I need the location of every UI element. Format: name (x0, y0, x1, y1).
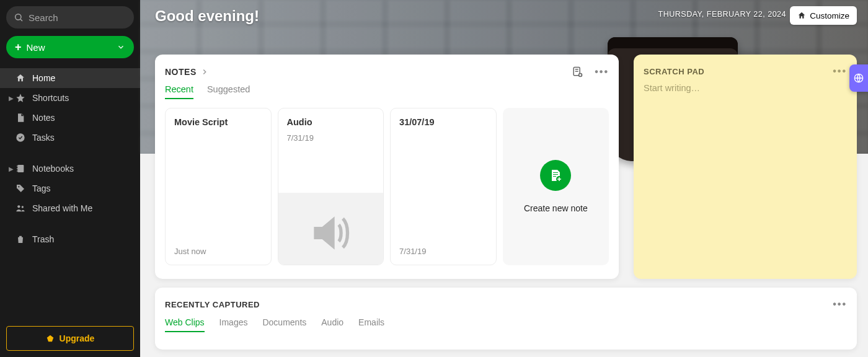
create-note-label: Create new note (524, 203, 588, 213)
sidebar-item-label: Notebooks (32, 164, 74, 174)
chevron-down-icon (117, 43, 125, 51)
svg-rect-5 (17, 168, 17, 169)
new-button[interactable]: + New (6, 36, 134, 58)
audio-preview (278, 193, 384, 265)
svg-point-2 (16, 133, 24, 141)
header-date: THURSDAY, FEBRUARY 22, 2024 (658, 10, 786, 19)
note-title: 31/07/19 (399, 117, 487, 127)
main-area: Good evening! THURSDAY, FEBRUARY 22, 202… (140, 0, 868, 357)
notes-title-link[interactable]: NOTES (165, 67, 209, 77)
scratch-more-button[interactable]: ••• (833, 66, 847, 77)
sidebar-item-tags[interactable]: Tags (0, 178, 140, 198)
people-icon (15, 203, 26, 213)
search-bar[interactable] (6, 6, 134, 29)
upgrade-label: Upgrade (60, 333, 95, 343)
notes-title: NOTES (165, 67, 197, 77)
rtab-web-clips[interactable]: Web Clips (165, 317, 205, 332)
svg-point-7 (18, 186, 19, 187)
recently-captured-widget: RECENTLY CAPTURED ••• Web Clips Images D… (155, 288, 857, 350)
upgrade-icon (46, 334, 55, 343)
plus-icon: + (15, 42, 22, 53)
search-icon (14, 12, 24, 22)
rtab-emails[interactable]: Emails (358, 317, 384, 332)
nav-primary: Home ▶ Shortcuts Notes Tasks (0, 68, 140, 148)
rtab-audio[interactable]: Audio (321, 317, 343, 332)
notes-more-button[interactable]: ••• (595, 66, 609, 77)
sidebar-item-label: Shortcuts (32, 93, 69, 103)
svg-point-0 (16, 14, 21, 20)
recently-captured-title: RECENTLY CAPTURED (165, 300, 260, 309)
note-tile[interactable]: 31/07/19 7/31/19 (390, 108, 497, 265)
sidebar-item-label: Home (32, 73, 55, 83)
svg-point-8 (17, 205, 20, 208)
note-tile[interactable]: Movie Script Just now (165, 108, 272, 265)
tab-suggested[interactable]: Suggested (207, 84, 250, 99)
note-tile[interactable]: Audio 7/31/19 (278, 108, 384, 265)
svg-rect-6 (17, 170, 17, 171)
trash-icon (15, 234, 26, 244)
star-icon (15, 93, 26, 103)
sidebar: + New Home ▶ Shortcuts Notes (0, 0, 140, 357)
svg-line-1 (20, 19, 22, 21)
sidebar-item-label: Tags (32, 183, 51, 193)
note-time: 7/31/19 (399, 247, 487, 256)
caret-right-icon: ▶ (9, 165, 12, 172)
sidebar-item-notebooks[interactable]: ▶ Notebooks (0, 159, 140, 178)
sidebar-item-trash[interactable]: Trash (0, 229, 140, 249)
note-body: 7/31/19 (287, 133, 375, 143)
scratch-textarea[interactable] (644, 83, 847, 257)
ai-assistant-tab[interactable] (849, 64, 868, 92)
nav-secondary: ▶ Notebooks Tags Shared with Me (0, 159, 140, 218)
nav-tertiary: Trash (0, 229, 140, 249)
note-time: Just now (174, 247, 262, 256)
greeting-text: Good evening! (155, 7, 259, 25)
note-title: Movie Script (174, 117, 262, 127)
customize-label: Customize (810, 11, 849, 20)
scratch-pad-widget: SCRATCH PAD ••• (634, 55, 857, 279)
customize-button[interactable]: Customize (790, 6, 857, 25)
note-icon (15, 113, 26, 123)
sidebar-item-label: Notes (32, 113, 55, 123)
caret-right-icon: ▶ (9, 95, 12, 102)
rtab-documents[interactable]: Documents (262, 317, 306, 332)
sidebar-item-notes[interactable]: Notes (0, 108, 140, 128)
notes-widget: NOTES ••• Recent Suggested (155, 55, 619, 279)
svg-rect-4 (17, 165, 17, 166)
sidebar-item-shared[interactable]: Shared with Me (0, 198, 140, 218)
home-icon (15, 73, 26, 83)
sidebar-item-shortcuts[interactable]: ▶ Shortcuts (0, 88, 140, 108)
new-note-icon-button[interactable] (571, 66, 583, 78)
create-note-icon (540, 160, 571, 191)
sidebar-item-home[interactable]: Home (0, 68, 140, 88)
sidebar-item-label: Shared with Me (32, 203, 92, 213)
rtab-images[interactable]: Images (219, 317, 248, 332)
search-input[interactable] (29, 12, 146, 23)
speaker-icon (306, 208, 355, 258)
customize-icon (797, 11, 806, 20)
svg-rect-3 (17, 165, 24, 172)
note-title: Audio (287, 117, 375, 127)
chevron-right-icon (200, 68, 209, 76)
sidebar-item-label: Tasks (32, 133, 55, 143)
check-circle-icon (15, 133, 26, 143)
tab-recent[interactable]: Recent (165, 84, 193, 99)
scratch-title: SCRATCH PAD (644, 67, 704, 76)
notebook-icon (15, 164, 26, 174)
new-button-label: New (27, 42, 45, 53)
upgrade-button[interactable]: Upgrade (6, 326, 134, 351)
tag-icon (15, 183, 26, 193)
sidebar-item-tasks[interactable]: Tasks (0, 128, 140, 148)
sidebar-item-label: Trash (32, 234, 54, 244)
create-note-tile[interactable]: Create new note (503, 108, 609, 265)
recent-more-button[interactable]: ••• (833, 299, 847, 310)
svg-point-9 (22, 206, 24, 208)
